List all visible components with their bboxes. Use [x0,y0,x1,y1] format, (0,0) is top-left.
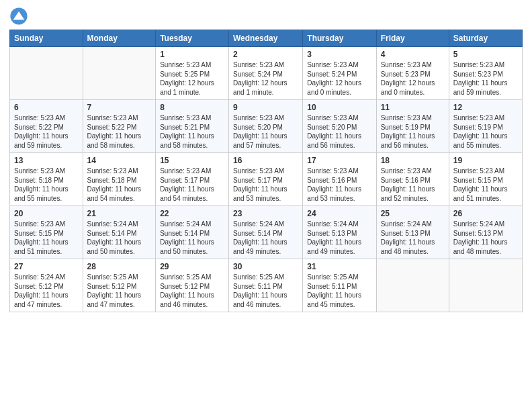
day-cell: 30Sunrise: 5:25 AM Sunset: 5:11 PM Dayli… [229,259,303,312]
day-info: Sunrise: 5:25 AM Sunset: 5:12 PM Dayligh… [87,273,152,309]
day-number: 25 [381,209,445,218]
day-cell: 29Sunrise: 5:25 AM Sunset: 5:12 PM Dayli… [156,259,229,312]
day-cell: 13Sunrise: 5:23 AM Sunset: 5:18 PM Dayli… [10,153,83,206]
calendar-table: SundayMondayTuesdayWednesdayThursdayFrid… [9,30,523,312]
day-number: 5 [453,50,518,59]
day-number: 4 [381,50,445,59]
logo [9,7,31,26]
day-cell [449,259,522,312]
day-number: 26 [453,209,518,218]
day-cell: 17Sunrise: 5:23 AM Sunset: 5:16 PM Dayli… [303,153,376,206]
day-info: Sunrise: 5:23 AM Sunset: 5:17 PM Dayligh… [160,167,224,203]
day-cell [376,259,449,312]
day-cell: 14Sunrise: 5:23 AM Sunset: 5:18 PM Dayli… [83,153,156,206]
day-cell: 24Sunrise: 5:24 AM Sunset: 5:13 PM Dayli… [303,206,376,259]
day-number: 3 [307,50,371,59]
day-cell: 21Sunrise: 5:24 AM Sunset: 5:14 PM Dayli… [83,206,156,259]
logo-icon [9,7,28,26]
day-info: Sunrise: 5:23 AM Sunset: 5:18 PM Dayligh… [87,167,152,203]
header-row: SundayMondayTuesdayWednesdayThursdayFrid… [10,30,523,47]
week-row-2: 13Sunrise: 5:23 AM Sunset: 5:18 PM Dayli… [10,153,523,206]
day-cell: 5Sunrise: 5:23 AM Sunset: 5:23 PM Daylig… [449,47,522,100]
day-info: Sunrise: 5:23 AM Sunset: 5:19 PM Dayligh… [453,113,518,150]
day-number: 13 [14,156,79,165]
calendar-header: SundayMondayTuesdayWednesdayThursdayFrid… [10,30,523,47]
day-number: 14 [87,156,152,165]
day-cell: 18Sunrise: 5:23 AM Sunset: 5:16 PM Dayli… [376,153,449,206]
day-cell: 22Sunrise: 5:24 AM Sunset: 5:14 PM Dayli… [156,206,229,259]
day-info: Sunrise: 5:24 AM Sunset: 5:13 PM Dayligh… [381,220,445,256]
day-cell: 15Sunrise: 5:23 AM Sunset: 5:17 PM Dayli… [156,153,229,206]
day-number: 28 [87,262,152,271]
day-cell: 16Sunrise: 5:23 AM Sunset: 5:17 PM Dayli… [229,153,303,206]
day-info: Sunrise: 5:24 AM Sunset: 5:13 PM Dayligh… [307,220,371,256]
day-cell: 23Sunrise: 5:24 AM Sunset: 5:14 PM Dayli… [229,206,303,259]
day-number: 11 [381,103,445,112]
day-info: Sunrise: 5:24 AM Sunset: 5:12 PM Dayligh… [14,273,79,309]
day-number: 21 [87,209,152,218]
day-info: Sunrise: 5:24 AM Sunset: 5:14 PM Dayligh… [160,220,224,256]
day-cell: 8Sunrise: 5:23 AM Sunset: 5:21 PM Daylig… [156,100,229,153]
day-info: Sunrise: 5:23 AM Sunset: 5:24 PM Dayligh… [233,60,298,97]
header-cell-wednesday: Wednesday [229,30,303,47]
day-number: 9 [233,103,298,112]
day-info: Sunrise: 5:23 AM Sunset: 5:23 PM Dayligh… [453,60,518,97]
header [9,7,523,26]
day-info: Sunrise: 5:23 AM Sunset: 5:17 PM Dayligh… [233,167,298,203]
day-cell: 28Sunrise: 5:25 AM Sunset: 5:12 PM Dayli… [83,259,156,312]
week-row-3: 20Sunrise: 5:23 AM Sunset: 5:15 PM Dayli… [10,206,523,259]
day-info: Sunrise: 5:23 AM Sunset: 5:22 PM Dayligh… [87,113,152,150]
week-row-1: 6Sunrise: 5:23 AM Sunset: 5:22 PM Daylig… [10,100,523,153]
day-info: Sunrise: 5:23 AM Sunset: 5:23 PM Dayligh… [381,60,445,97]
day-info: Sunrise: 5:25 AM Sunset: 5:11 PM Dayligh… [233,273,298,309]
day-cell: 27Sunrise: 5:24 AM Sunset: 5:12 PM Dayli… [10,259,83,312]
day-number: 31 [307,262,371,271]
day-number: 30 [233,262,298,271]
day-info: Sunrise: 5:23 AM Sunset: 5:21 PM Dayligh… [160,113,224,150]
day-number: 1 [160,50,224,59]
day-cell: 4Sunrise: 5:23 AM Sunset: 5:23 PM Daylig… [376,47,449,100]
day-info: Sunrise: 5:23 AM Sunset: 5:15 PM Dayligh… [14,220,79,256]
day-number: 18 [381,156,445,165]
page: SundayMondayTuesdayWednesdayThursdayFrid… [0,0,532,319]
day-cell: 9Sunrise: 5:23 AM Sunset: 5:20 PM Daylig… [229,100,303,153]
day-number: 17 [307,156,371,165]
day-number: 23 [233,209,298,218]
day-info: Sunrise: 5:25 AM Sunset: 5:12 PM Dayligh… [160,273,224,309]
calendar-body: 1Sunrise: 5:23 AM Sunset: 5:25 PM Daylig… [10,47,523,312]
day-cell: 10Sunrise: 5:23 AM Sunset: 5:20 PM Dayli… [303,100,376,153]
day-number: 7 [87,103,152,112]
day-number: 2 [233,50,298,59]
day-cell: 19Sunrise: 5:23 AM Sunset: 5:15 PM Dayli… [449,153,522,206]
day-cell: 25Sunrise: 5:24 AM Sunset: 5:13 PM Dayli… [376,206,449,259]
day-number: 20 [14,209,79,218]
day-number: 6 [14,103,79,112]
day-cell [10,47,83,100]
header-cell-sunday: Sunday [10,30,83,47]
day-info: Sunrise: 5:23 AM Sunset: 5:22 PM Dayligh… [14,113,79,150]
day-info: Sunrise: 5:23 AM Sunset: 5:20 PM Dayligh… [233,113,298,150]
day-number: 22 [160,209,224,218]
day-number: 12 [453,103,518,112]
day-info: Sunrise: 5:24 AM Sunset: 5:14 PM Dayligh… [87,220,152,256]
day-cell: 12Sunrise: 5:23 AM Sunset: 5:19 PM Dayli… [449,100,522,153]
day-info: Sunrise: 5:25 AM Sunset: 5:11 PM Dayligh… [307,273,371,309]
day-info: Sunrise: 5:23 AM Sunset: 5:16 PM Dayligh… [307,167,371,203]
day-cell [83,47,156,100]
day-number: 8 [160,103,224,112]
day-cell: 6Sunrise: 5:23 AM Sunset: 5:22 PM Daylig… [10,100,83,153]
header-cell-tuesday: Tuesday [156,30,229,47]
day-number: 24 [307,209,371,218]
day-info: Sunrise: 5:23 AM Sunset: 5:20 PM Dayligh… [307,113,371,150]
day-cell: 3Sunrise: 5:23 AM Sunset: 5:24 PM Daylig… [303,47,376,100]
header-cell-thursday: Thursday [303,30,376,47]
day-info: Sunrise: 5:24 AM Sunset: 5:14 PM Dayligh… [233,220,298,256]
day-cell: 11Sunrise: 5:23 AM Sunset: 5:19 PM Dayli… [376,100,449,153]
day-info: Sunrise: 5:24 AM Sunset: 5:13 PM Dayligh… [453,220,518,256]
day-number: 19 [453,156,518,165]
week-row-0: 1Sunrise: 5:23 AM Sunset: 5:25 PM Daylig… [10,47,523,100]
day-cell: 2Sunrise: 5:23 AM Sunset: 5:24 PM Daylig… [229,47,303,100]
header-cell-friday: Friday [376,30,449,47]
header-cell-monday: Monday [83,30,156,47]
day-info: Sunrise: 5:23 AM Sunset: 5:16 PM Dayligh… [381,167,445,203]
